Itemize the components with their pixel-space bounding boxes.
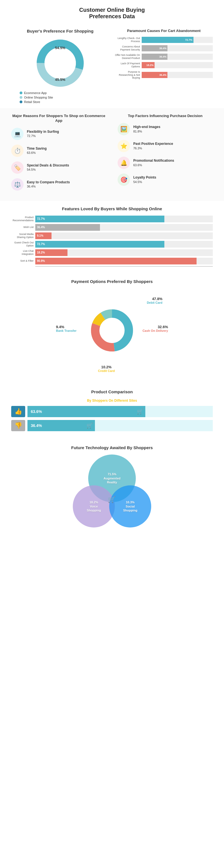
factor-text: High-end Images 81.8% — [133, 125, 160, 134]
comp-bar-track: 63.6% 🛒 — [28, 406, 213, 417]
payment-title: Payment Options Preferred By Shoppers — [11, 279, 213, 284]
factor-icon: 🖼️ — [118, 123, 130, 135]
comp-bar-row: 👎 36.4% 🛒 — [11, 420, 213, 431]
section-features: Features Loved By Buyers While Shopping … — [0, 201, 224, 273]
legend-dot-online — [20, 96, 23, 99]
comp-bar-fill: 63.6% 🛒 — [28, 406, 145, 417]
features-bar-label: Guest Check Out Option — [11, 241, 34, 247]
payment-bank-label: 9.4% Bank Transfer — [56, 325, 76, 332]
cart-bar-row: Purpose Is Researching & Not Buying 36.4… — [115, 70, 213, 80]
cart-bar-fill: 36.4% — [142, 72, 167, 78]
section-payment: Payment Options Preferred By Shoppers 47… — [0, 273, 224, 384]
reason-text: Flexibility in Surfing 72.7% — [27, 129, 59, 138]
reason-title: Special Deals & Discounts — [27, 163, 69, 168]
cart-bar-fill: 72.7% — [142, 37, 193, 43]
thumb-icon: 👍 — [11, 406, 25, 417]
cart-bar-fill: 18.2% — [142, 62, 155, 68]
legend-label-online: Online Shopping Site — [24, 96, 53, 99]
features-bar-row: Wish List 36.4% — [11, 224, 213, 231]
reason-text: Time Saving 63.6% — [27, 146, 46, 155]
cart-bar-row: Lengthy Check- Out Process 72.7% — [115, 37, 213, 43]
cart-bar-label: Concerns About Payment Security — [115, 45, 140, 51]
factor-icon: ⭐ — [118, 140, 130, 152]
cart-abandonment-title: Paramount Causes For Cart Abandonment — [115, 29, 213, 33]
factor-text: Loyalty Points 54.5% — [133, 175, 156, 184]
comp-bar-fill: 36.4% 🛒 — [28, 420, 95, 431]
reason-item: 🏷️ Special Deals & Discounts 54.5% — [11, 161, 106, 174]
factor-item: 🔔 Promotional Notifications 63.6% — [118, 157, 213, 169]
comp-bar-row: 👍 63.6% 🛒 — [11, 406, 213, 417]
factor-value: 81.8% — [133, 130, 142, 133]
cart-bar-track: 72.7% — [142, 37, 213, 43]
reason-value: 63.6% — [27, 151, 36, 154]
venn-circle-voice: 18.2%VoiceShopping — [73, 485, 115, 527]
features-bar-row: Live Chat Integration 18.2% — [11, 249, 213, 256]
buyer-legend: Ecommerce App Online Shopping Site Retai… — [11, 91, 109, 103]
factor-text: Past Positive Experience 76.3% — [133, 142, 173, 151]
features-title: Features Loved By Buyers While Shopping … — [11, 206, 213, 211]
factor-item: 🖼️ High-end Images 81.8% — [118, 123, 213, 135]
donut-top-label: 54.5% — [55, 46, 66, 50]
reason-value: 36.4% — [27, 185, 36, 188]
factor-item: ⭐ Past Positive Experience 76.3% — [118, 140, 213, 152]
features-bar-track: 72.7% — [35, 216, 213, 222]
reason-item: 💻 Flexibility in Surfing 72.7% — [11, 128, 106, 140]
features-bar-label: Wish List — [11, 226, 34, 229]
reason-title: Time Saving — [27, 146, 46, 151]
features-bar-row: Sort & Filter 90.9% — [11, 258, 213, 265]
reason-text: Easy to Compare Products 36.4% — [27, 180, 70, 189]
reasons-grid: Major Reasons For Shoppers To Shop on Ec… — [11, 114, 213, 195]
major-reasons-list: 💻 Flexibility in Surfing 72.7% ⏱️ Time S… — [11, 128, 106, 191]
future-tech-title: Future Technology Awaited By Shoppers — [11, 445, 213, 450]
reason-icon: 💻 — [11, 128, 24, 140]
factor-item: 🎯 Loyalty Points 54.5% — [118, 174, 213, 186]
features-bar-label: Live Chat Integration — [11, 250, 34, 256]
comp-bar-track: 36.4% 🛒 — [28, 420, 213, 431]
donut-chart: 54.5% 45.5% — [35, 38, 85, 88]
factor-value: 76.3% — [133, 147, 142, 150]
reason-icon: ⚖️ — [11, 178, 24, 191]
legend-label-ecommerce: Ecommerce App — [24, 91, 47, 95]
product-comparison-subtitle: By Shoppers On Different Sites — [11, 399, 213, 403]
factor-value: 54.5% — [133, 180, 142, 184]
product-comp-bars-container: 👍 63.6% 🛒 👎 36.4% 🛒 — [11, 406, 213, 431]
factor-title: High-end Images — [133, 125, 160, 129]
cart-bar-row: Offer Not Available On Desired Product 3… — [115, 54, 213, 60]
factor-text: Promotional Notifications 63.6% — [133, 158, 174, 167]
factor-icon: 🔔 — [118, 157, 130, 169]
features-bar-fill: 72.7% — [35, 241, 164, 248]
cart-bar-track: 36.4% — [142, 72, 213, 78]
legend-dot-retail — [20, 100, 23, 103]
venn-label-ar: 71.5%AugmentedReality — [104, 472, 121, 484]
factor-icon: 🎯 — [118, 174, 130, 186]
features-bar-track: 72.7% — [35, 241, 213, 248]
page-title: Customer Online Buying Preferences Data — [0, 0, 224, 24]
features-bar-fill: 72.7% — [35, 216, 164, 222]
cart-bar-label: Lengthy Check- Out Process — [115, 37, 140, 43]
cart-bar-track: 36.4% — [142, 54, 213, 60]
comp-cart-icon: 🛒 — [86, 423, 93, 429]
features-bar-fill: 18.2% — [35, 249, 68, 256]
features-bar-label: Product Recommendations — [11, 216, 34, 222]
top-factors-title: Top Factors Influencing Purchase Decisio… — [118, 114, 213, 119]
product-comparison-title: Product Comparison — [11, 390, 213, 394]
features-bars-container: Product Recommendations 72.7% Wish List … — [11, 216, 213, 265]
factor-title: Past Positive Experience — [133, 142, 173, 146]
svg-point-3 — [44, 48, 76, 79]
reason-title: Easy to Compare Products — [27, 180, 70, 185]
features-bar-track: 36.4% — [35, 224, 213, 231]
features-bar-track: 90.9% — [35, 258, 213, 265]
buyer-preference-title: Buyer's Preference For Shopping — [11, 29, 109, 33]
donut-bottom-label: 45.5% — [55, 78, 66, 82]
reason-value: 72.7% — [27, 134, 36, 137]
payment-debit-label: 47.8% Debit Card — [147, 297, 162, 304]
features-bar-fill: 90.9% — [35, 258, 196, 265]
cart-abandonment-chart: Paramount Causes For Cart Abandonment Le… — [115, 29, 213, 82]
factor-title: Loyalty Points — [133, 175, 156, 180]
reason-title: Flexibility in Surfing — [27, 129, 59, 134]
payment-donut-svg — [87, 305, 137, 356]
features-bar-row: Product Recommendations 72.7% — [11, 216, 213, 222]
venn-label-social: 10.3%SocialShopping — [123, 500, 138, 512]
cart-bar-row: Lack Of Payment Options 18.2% — [115, 62, 213, 68]
legend-item-retail: Retail Store — [20, 100, 109, 103]
